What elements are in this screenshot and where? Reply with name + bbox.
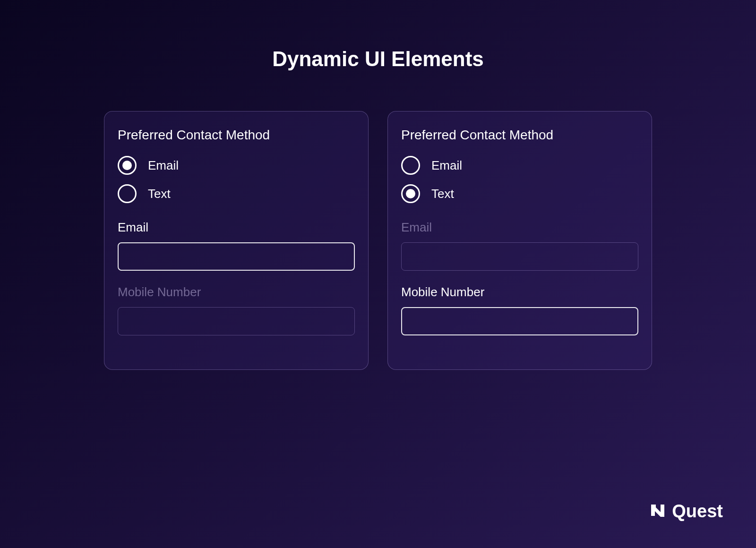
email-input[interactable] [118,242,355,271]
contact-method-card: Preferred Contact Method Email Text Emai… [387,111,652,370]
radio-text[interactable]: Text [118,184,355,203]
radio-email[interactable]: Email [118,156,355,175]
card-title: Preferred Contact Method [401,128,638,143]
radio-circle-icon [401,184,420,203]
email-field-group: Email [118,220,355,271]
email-input[interactable] [401,242,638,271]
cards-container: Preferred Contact Method Email Text Emai… [0,111,756,370]
contact-method-card: Preferred Contact Method Email Text Emai… [104,111,369,370]
email-label: Email [118,220,355,235]
svg-rect-0 [651,505,656,507]
brand-logo: Quest [648,501,723,522]
radio-circle-icon [118,156,137,175]
radio-email[interactable]: Email [401,156,638,175]
radio-text[interactable]: Text [401,184,638,203]
mobile-label: Mobile Number [401,285,638,300]
mobile-input[interactable] [401,307,638,335]
page-title: Dynamic UI Elements [0,47,756,71]
email-field-group: Email [401,220,638,271]
radio-label: Text [431,187,454,201]
quest-logo-icon [648,501,667,522]
radio-label: Email [431,158,462,173]
mobile-label: Mobile Number [118,285,355,300]
mobile-field-group: Mobile Number [401,285,638,335]
radio-label: Email [148,158,179,173]
radio-circle-icon [401,156,420,175]
card-title: Preferred Contact Method [118,128,355,143]
mobile-input[interactable] [118,307,355,335]
radio-circle-icon [118,184,137,203]
mobile-field-group: Mobile Number [118,285,355,335]
radio-label: Text [148,187,171,201]
brand-name: Quest [672,501,723,522]
radio-group: Email Text [401,156,638,203]
email-label: Email [401,220,638,235]
radio-group: Email Text [118,156,355,203]
